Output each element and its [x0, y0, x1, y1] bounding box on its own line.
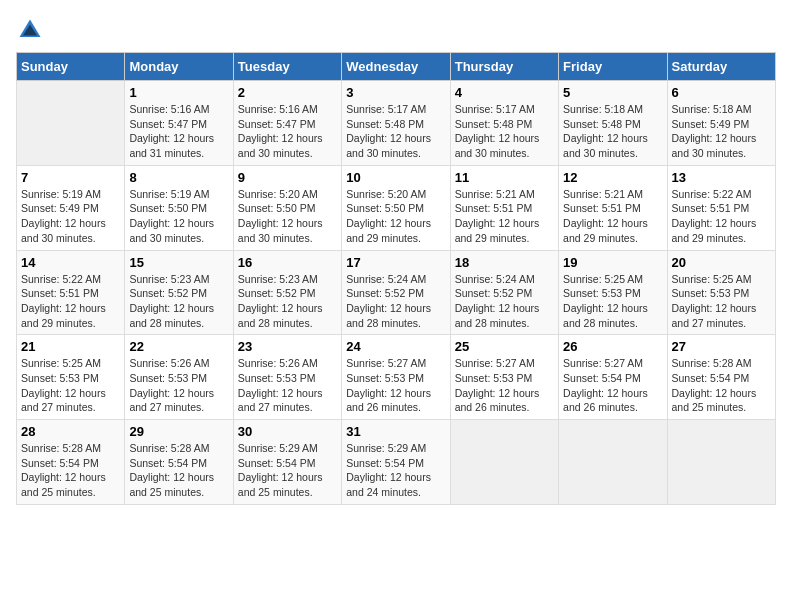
day-cell: 14Sunrise: 5:22 AMSunset: 5:51 PMDayligh… — [17, 250, 125, 335]
day-cell: 1Sunrise: 5:16 AMSunset: 5:47 PMDaylight… — [125, 81, 233, 166]
day-info: Sunrise: 5:17 AMSunset: 5:48 PMDaylight:… — [455, 102, 554, 161]
day-cell — [559, 420, 667, 505]
day-cell: 5Sunrise: 5:18 AMSunset: 5:48 PMDaylight… — [559, 81, 667, 166]
day-cell: 3Sunrise: 5:17 AMSunset: 5:48 PMDaylight… — [342, 81, 450, 166]
day-number: 28 — [21, 424, 120, 439]
day-number: 11 — [455, 170, 554, 185]
weekday-header-tuesday: Tuesday — [233, 53, 341, 81]
day-info: Sunrise: 5:27 AMSunset: 5:53 PMDaylight:… — [455, 356, 554, 415]
day-number: 23 — [238, 339, 337, 354]
day-info: Sunrise: 5:27 AMSunset: 5:53 PMDaylight:… — [346, 356, 445, 415]
day-number: 12 — [563, 170, 662, 185]
day-info: Sunrise: 5:26 AMSunset: 5:53 PMDaylight:… — [238, 356, 337, 415]
week-row-3: 14Sunrise: 5:22 AMSunset: 5:51 PMDayligh… — [17, 250, 776, 335]
day-cell: 2Sunrise: 5:16 AMSunset: 5:47 PMDaylight… — [233, 81, 341, 166]
day-info: Sunrise: 5:18 AMSunset: 5:48 PMDaylight:… — [563, 102, 662, 161]
weekday-header-thursday: Thursday — [450, 53, 558, 81]
day-number: 14 — [21, 255, 120, 270]
day-info: Sunrise: 5:25 AMSunset: 5:53 PMDaylight:… — [563, 272, 662, 331]
day-number: 6 — [672, 85, 771, 100]
day-info: Sunrise: 5:16 AMSunset: 5:47 PMDaylight:… — [129, 102, 228, 161]
day-info: Sunrise: 5:21 AMSunset: 5:51 PMDaylight:… — [563, 187, 662, 246]
day-number: 21 — [21, 339, 120, 354]
day-info: Sunrise: 5:28 AMSunset: 5:54 PMDaylight:… — [672, 356, 771, 415]
day-cell: 17Sunrise: 5:24 AMSunset: 5:52 PMDayligh… — [342, 250, 450, 335]
day-cell — [17, 81, 125, 166]
day-info: Sunrise: 5:21 AMSunset: 5:51 PMDaylight:… — [455, 187, 554, 246]
day-info: Sunrise: 5:17 AMSunset: 5:48 PMDaylight:… — [346, 102, 445, 161]
day-cell: 24Sunrise: 5:27 AMSunset: 5:53 PMDayligh… — [342, 335, 450, 420]
weekday-header-monday: Monday — [125, 53, 233, 81]
day-cell: 7Sunrise: 5:19 AMSunset: 5:49 PMDaylight… — [17, 165, 125, 250]
day-info: Sunrise: 5:28 AMSunset: 5:54 PMDaylight:… — [21, 441, 120, 500]
day-info: Sunrise: 5:25 AMSunset: 5:53 PMDaylight:… — [672, 272, 771, 331]
day-cell: 29Sunrise: 5:28 AMSunset: 5:54 PMDayligh… — [125, 420, 233, 505]
weekday-header-sunday: Sunday — [17, 53, 125, 81]
day-number: 22 — [129, 339, 228, 354]
day-number: 4 — [455, 85, 554, 100]
day-cell: 18Sunrise: 5:24 AMSunset: 5:52 PMDayligh… — [450, 250, 558, 335]
day-number: 29 — [129, 424, 228, 439]
day-info: Sunrise: 5:29 AMSunset: 5:54 PMDaylight:… — [238, 441, 337, 500]
day-info: Sunrise: 5:16 AMSunset: 5:47 PMDaylight:… — [238, 102, 337, 161]
day-info: Sunrise: 5:19 AMSunset: 5:50 PMDaylight:… — [129, 187, 228, 246]
day-number: 13 — [672, 170, 771, 185]
day-cell: 28Sunrise: 5:28 AMSunset: 5:54 PMDayligh… — [17, 420, 125, 505]
week-row-1: 1Sunrise: 5:16 AMSunset: 5:47 PMDaylight… — [17, 81, 776, 166]
day-number: 17 — [346, 255, 445, 270]
day-number: 16 — [238, 255, 337, 270]
day-cell: 22Sunrise: 5:26 AMSunset: 5:53 PMDayligh… — [125, 335, 233, 420]
weekday-header-saturday: Saturday — [667, 53, 775, 81]
page-header — [16, 16, 776, 44]
day-info: Sunrise: 5:24 AMSunset: 5:52 PMDaylight:… — [346, 272, 445, 331]
day-info: Sunrise: 5:22 AMSunset: 5:51 PMDaylight:… — [21, 272, 120, 331]
day-number: 19 — [563, 255, 662, 270]
day-cell: 31Sunrise: 5:29 AMSunset: 5:54 PMDayligh… — [342, 420, 450, 505]
week-row-5: 28Sunrise: 5:28 AMSunset: 5:54 PMDayligh… — [17, 420, 776, 505]
day-cell: 25Sunrise: 5:27 AMSunset: 5:53 PMDayligh… — [450, 335, 558, 420]
day-number: 31 — [346, 424, 445, 439]
day-number: 5 — [563, 85, 662, 100]
day-number: 15 — [129, 255, 228, 270]
day-info: Sunrise: 5:25 AMSunset: 5:53 PMDaylight:… — [21, 356, 120, 415]
day-cell — [667, 420, 775, 505]
day-info: Sunrise: 5:20 AMSunset: 5:50 PMDaylight:… — [238, 187, 337, 246]
day-cell: 6Sunrise: 5:18 AMSunset: 5:49 PMDaylight… — [667, 81, 775, 166]
day-cell: 23Sunrise: 5:26 AMSunset: 5:53 PMDayligh… — [233, 335, 341, 420]
day-number: 9 — [238, 170, 337, 185]
week-row-4: 21Sunrise: 5:25 AMSunset: 5:53 PMDayligh… — [17, 335, 776, 420]
calendar-table: SundayMondayTuesdayWednesdayThursdayFrid… — [16, 52, 776, 505]
day-cell: 12Sunrise: 5:21 AMSunset: 5:51 PMDayligh… — [559, 165, 667, 250]
weekday-header-friday: Friday — [559, 53, 667, 81]
day-info: Sunrise: 5:23 AMSunset: 5:52 PMDaylight:… — [129, 272, 228, 331]
day-number: 20 — [672, 255, 771, 270]
day-cell: 27Sunrise: 5:28 AMSunset: 5:54 PMDayligh… — [667, 335, 775, 420]
day-info: Sunrise: 5:20 AMSunset: 5:50 PMDaylight:… — [346, 187, 445, 246]
day-info: Sunrise: 5:29 AMSunset: 5:54 PMDaylight:… — [346, 441, 445, 500]
day-info: Sunrise: 5:23 AMSunset: 5:52 PMDaylight:… — [238, 272, 337, 331]
day-cell: 8Sunrise: 5:19 AMSunset: 5:50 PMDaylight… — [125, 165, 233, 250]
day-number: 25 — [455, 339, 554, 354]
day-number: 26 — [563, 339, 662, 354]
day-info: Sunrise: 5:19 AMSunset: 5:49 PMDaylight:… — [21, 187, 120, 246]
day-cell: 10Sunrise: 5:20 AMSunset: 5:50 PMDayligh… — [342, 165, 450, 250]
day-cell: 21Sunrise: 5:25 AMSunset: 5:53 PMDayligh… — [17, 335, 125, 420]
day-cell: 26Sunrise: 5:27 AMSunset: 5:54 PMDayligh… — [559, 335, 667, 420]
day-cell: 11Sunrise: 5:21 AMSunset: 5:51 PMDayligh… — [450, 165, 558, 250]
day-cell — [450, 420, 558, 505]
day-info: Sunrise: 5:24 AMSunset: 5:52 PMDaylight:… — [455, 272, 554, 331]
day-info: Sunrise: 5:27 AMSunset: 5:54 PMDaylight:… — [563, 356, 662, 415]
day-cell: 9Sunrise: 5:20 AMSunset: 5:50 PMDaylight… — [233, 165, 341, 250]
day-number: 8 — [129, 170, 228, 185]
day-info: Sunrise: 5:26 AMSunset: 5:53 PMDaylight:… — [129, 356, 228, 415]
day-info: Sunrise: 5:28 AMSunset: 5:54 PMDaylight:… — [129, 441, 228, 500]
day-cell: 20Sunrise: 5:25 AMSunset: 5:53 PMDayligh… — [667, 250, 775, 335]
day-number: 18 — [455, 255, 554, 270]
day-number: 1 — [129, 85, 228, 100]
day-cell: 30Sunrise: 5:29 AMSunset: 5:54 PMDayligh… — [233, 420, 341, 505]
day-number: 10 — [346, 170, 445, 185]
day-cell: 4Sunrise: 5:17 AMSunset: 5:48 PMDaylight… — [450, 81, 558, 166]
day-cell: 15Sunrise: 5:23 AMSunset: 5:52 PMDayligh… — [125, 250, 233, 335]
day-number: 27 — [672, 339, 771, 354]
day-number: 3 — [346, 85, 445, 100]
